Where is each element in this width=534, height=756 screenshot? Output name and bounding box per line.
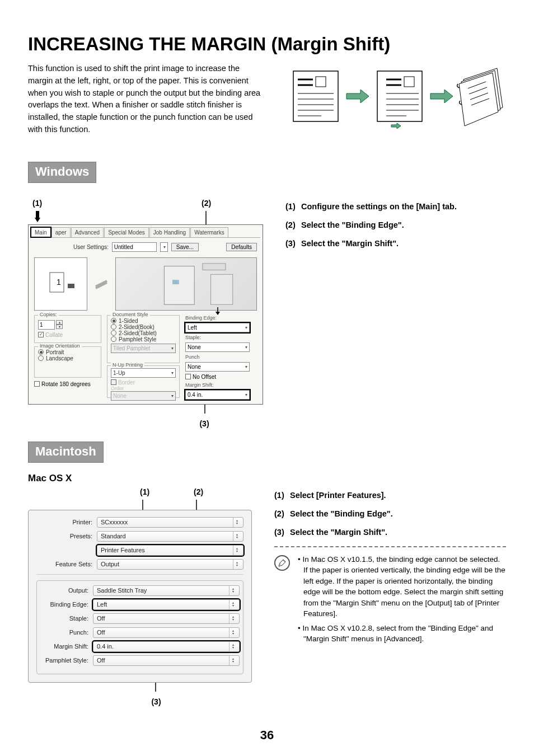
landscape-label: Landscape	[46, 355, 73, 361]
output-select[interactable]: Saddle Stitch Tray▴▾	[93, 585, 240, 596]
user-settings-field[interactable]	[112, 242, 157, 252]
border-label: Border	[118, 379, 135, 386]
step-num: (3)	[274, 524, 290, 541]
svg-rect-30	[68, 284, 74, 288]
callout-2: (2)	[194, 487, 203, 496]
binding-edge-select[interactable]: Left▾	[185, 323, 250, 332]
mac-steps: (1)Select [Printer Features]. (2)Select …	[274, 487, 506, 541]
svg-rect-3	[316, 77, 326, 87]
staple-select[interactable]: Off▴▾	[93, 613, 240, 624]
svg-rect-32	[172, 280, 179, 284]
binding-edge-label: Binding Edge:	[40, 601, 88, 608]
collate-checkbox[interactable]: ✓	[38, 332, 44, 337]
spin-up[interactable]: ▴	[56, 320, 63, 325]
step-text: Select the "Binding Edge".	[301, 220, 404, 229]
margin-shift-select[interactable]: 0.4 in.▴▾	[93, 641, 240, 652]
callout-1: (1)	[32, 199, 42, 209]
pamphlet-style-select[interactable]: Off▴▾	[93, 655, 240, 666]
callout-3: (3)	[196, 419, 213, 428]
pencil-note-icon	[274, 555, 290, 571]
svg-marker-9	[346, 90, 369, 103]
spin-down[interactable]: ▾	[56, 325, 63, 329]
presets-label: Presets:	[36, 533, 92, 539]
binding-edge-label: Binding Edge:	[185, 315, 250, 321]
margin-shift-label: Margin Shift:	[40, 643, 88, 650]
step-num: (1)	[285, 199, 301, 215]
tab-main[interactable]: Main	[31, 227, 51, 237]
divider	[36, 574, 243, 575]
user-settings-label: User Settings:	[73, 244, 109, 250]
punch-select[interactable]: None▾	[185, 362, 250, 372]
step-num: (2)	[274, 506, 290, 522]
svg-rect-33	[203, 263, 226, 270]
svg-text:1: 1	[57, 278, 61, 287]
two-sided-tablet-radio[interactable]	[111, 330, 116, 336]
pamphlet-style-label: Pamphlet Style:	[40, 657, 88, 664]
step-text: Select [Printer Features].	[290, 491, 386, 500]
border-checkbox	[111, 379, 116, 385]
callout-2: (2)	[202, 199, 211, 208]
portrait-label: Portrait	[46, 349, 64, 355]
image-orientation-label: Image Orientation	[38, 343, 82, 349]
order-label: Order	[111, 386, 176, 391]
step-num: (2)	[285, 217, 301, 233]
arrow-down-icon	[216, 312, 220, 315]
feature-sets-select[interactable]: Output▴▾	[97, 559, 243, 570]
punch-select[interactable]: Off▴▾	[93, 627, 240, 638]
windows-heading: Windows	[28, 162, 96, 183]
two-sided-book-radio[interactable]	[111, 324, 116, 330]
save-button[interactable]: Save...	[171, 243, 199, 251]
tab-job-handling[interactable]: Job Handling	[149, 227, 190, 237]
note: • In Mac OS X v10.1.5, the binding edge …	[274, 554, 506, 649]
tabs: Main aper Advanced Special Modes Job Han…	[31, 227, 260, 238]
staple-select[interactable]: None▾	[185, 342, 250, 352]
tiled-pamphlet-select: Tiled Pamphlet▾	[111, 344, 176, 353]
two-sided-tablet-label: 2-Sided(Tablet)	[119, 330, 157, 336]
tab-special-modes[interactable]: Special Modes	[104, 227, 149, 237]
dashed-separator	[274, 546, 506, 547]
punch-label: Punch:	[40, 629, 88, 636]
one-sided-radio[interactable]	[111, 318, 116, 323]
svg-marker-19	[391, 123, 401, 129]
page-title: INCREASING THE MARGIN (Margin Shift)	[28, 34, 506, 55]
printer-select[interactable]: SCxxxxxx▴▾	[97, 517, 243, 528]
output-label: Output:	[40, 587, 88, 594]
binding-edge-select[interactable]: Left▴▾	[93, 599, 240, 610]
svg-rect-13	[404, 77, 414, 87]
printer-label: Printer:	[36, 519, 92, 525]
mac-print-dialog: Printer: SCxxxxxx▴▾ Presets: Standard▴▾ …	[28, 510, 252, 683]
printer-icon	[93, 278, 110, 289]
defaults-button[interactable]: Defaults	[226, 243, 257, 251]
tab-paper[interactable]: aper	[51, 227, 71, 237]
staple-label: Staple:	[185, 335, 250, 340]
margin-shift-select[interactable]: 0.4 in.▾	[185, 390, 250, 400]
no-offset-label: No Offset	[193, 374, 216, 380]
tab-watermarks[interactable]: Watermarks	[190, 227, 228, 237]
margin-shift-illustration	[282, 63, 506, 130]
portrait-radio[interactable]	[38, 349, 44, 355]
document-style-label: Document Style	[111, 312, 150, 317]
step-num: (1)	[274, 487, 290, 504]
copies-input[interactable]	[38, 320, 55, 330]
pamphlet-radio[interactable]	[111, 336, 116, 342]
landscape-radio[interactable]	[38, 355, 44, 361]
callout-1: (1)	[140, 487, 149, 496]
arrow-down-icon	[35, 218, 40, 222]
step-text: Select the "Binding Edge".	[290, 509, 393, 518]
step-text: Configure the settings on the [Main] tab…	[301, 202, 457, 211]
windows-print-dialog: Main aper Advanced Special Modes Job Han…	[28, 224, 263, 405]
two-sided-book-label: 2-Sided(Book)	[119, 324, 154, 330]
one-sided-label: 1-Sided	[119, 318, 138, 324]
tab-advanced[interactable]: Advanced	[71, 227, 104, 237]
step-num: (3)	[285, 236, 301, 252]
user-settings-dropdown[interactable]: ▾	[160, 242, 168, 252]
copies-label: Copies:	[38, 312, 59, 317]
printer-features-select[interactable]: Printer Features▴▾	[97, 545, 243, 556]
step-text: Select the "Margin Shift".	[301, 239, 399, 248]
presets-select[interactable]: Standard▴▾	[97, 531, 243, 542]
nup-select[interactable]: 1-Up▾	[111, 368, 176, 378]
pamphlet-label: Pamphlet Style	[119, 336, 156, 342]
rotate-checkbox[interactable]	[34, 381, 40, 387]
note-bullet-1: • In Mac OS X v10.1.5, the binding edge …	[297, 554, 506, 619]
no-offset-checkbox[interactable]	[185, 374, 191, 379]
